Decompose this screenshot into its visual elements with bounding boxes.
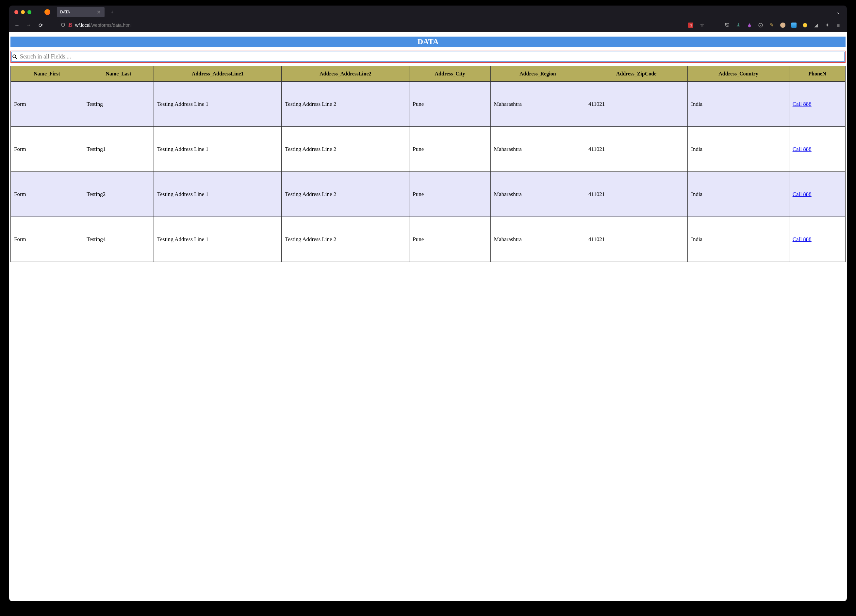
table-row: FormTesting2Testing Address Line 1Testin… <box>11 172 428 217</box>
cell-addr2: Testing Address Line 2 <box>282 127 410 172</box>
page-content: DATA ⚲ Name_First Name_Last Address_Addr… <box>9 32 428 308</box>
cell-city: Pune <box>410 172 428 217</box>
firefox-logo-icon <box>45 9 50 15</box>
url-host: wf.local <box>75 23 91 28</box>
cell-addr1: Testing Address Line 1 <box>154 127 282 172</box>
col-addr2: Address_AddressLine2 <box>282 66 410 81</box>
browser-window: DATA ✕ + ⌄ ← → ⟳ wf.local/webforms/data.… <box>9 6 428 308</box>
col-name-last: Name_Last <box>83 66 154 81</box>
table-row: FormTesting1Testing Address Line 1Testin… <box>11 127 428 172</box>
table-header-row: Name_First Name_Last Address_AddressLine… <box>11 66 428 81</box>
cell-name-first: Form <box>11 172 83 217</box>
cell-name-first: Form <box>11 217 83 262</box>
minimize-window-button[interactable] <box>21 10 25 14</box>
back-button[interactable]: ← <box>12 21 22 30</box>
cell-addr1: Testing Address Line 1 <box>154 81 282 127</box>
cell-name-last: Testing4 <box>83 217 154 262</box>
data-table: Name_First Name_Last Address_AddressLine… <box>11 66 428 262</box>
col-city: Address_City <box>410 66 428 81</box>
window-controls <box>12 10 34 14</box>
new-tab-button[interactable]: + <box>107 9 117 15</box>
forward-button[interactable]: → <box>24 21 33 30</box>
table-row: FormTesting4Testing Address Line 1Testin… <box>11 217 428 262</box>
cell-name-last: Testing1 <box>83 127 154 172</box>
cell-addr1: Testing Address Line 1 <box>154 217 282 262</box>
col-addr1: Address_AddressLine1 <box>154 66 282 81</box>
insecure-lock-icon <box>68 23 72 28</box>
cell-addr1: Testing Address Line 1 <box>154 172 282 217</box>
url-bar[interactable]: wf.local/webforms/data.html <box>57 20 221 30</box>
tab-bar: DATA ✕ + ⌄ <box>9 6 428 18</box>
cell-city: Pune <box>410 127 428 172</box>
col-name-first: Name_First <box>11 66 83 81</box>
page-title: DATA <box>11 37 428 47</box>
cell-name-first: Form <box>11 127 83 172</box>
maximize-window-button[interactable] <box>28 10 31 14</box>
cell-name-last: Testing2 <box>83 172 154 217</box>
cell-addr2: Testing Address Line 2 <box>282 172 410 217</box>
search-container: ⚲ <box>11 51 428 63</box>
url-path: /webforms/data.html <box>91 23 132 28</box>
nav-bar: ← → ⟳ wf.local/webforms/data.html □ ☆ <box>9 18 428 32</box>
table-row: FormTestingTesting Address Line 1Testing… <box>11 81 428 127</box>
cell-city: Pune <box>410 217 428 262</box>
url-text: wf.local/webforms/data.html <box>75 23 132 28</box>
browser-tab[interactable]: DATA ✕ <box>57 7 105 17</box>
cell-name-last: Testing <box>83 81 154 127</box>
reload-button[interactable]: ⟳ <box>36 21 45 30</box>
close-window-button[interactable] <box>14 10 18 14</box>
cell-addr2: Testing Address Line 2 <box>282 217 410 262</box>
cell-city: Pune <box>410 81 428 127</box>
close-tab-button[interactable]: ✕ <box>96 9 101 15</box>
search-icon: ⚲ <box>11 52 20 61</box>
tab-title: DATA <box>60 10 70 14</box>
cell-addr2: Testing Address Line 2 <box>282 81 410 127</box>
cell-name-first: Form <box>11 81 83 127</box>
shield-icon <box>61 23 65 28</box>
search-input[interactable] <box>18 52 428 61</box>
